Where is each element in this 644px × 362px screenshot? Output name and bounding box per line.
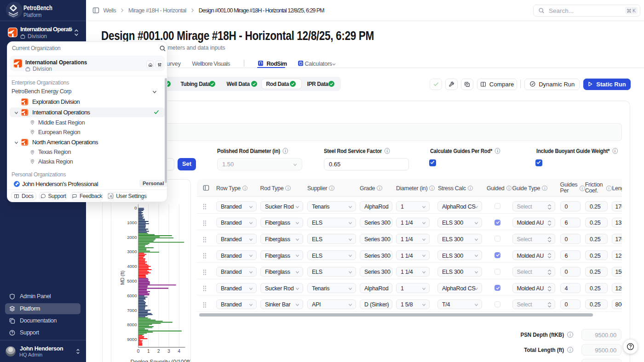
svg-text:8000: 8000 (127, 322, 137, 327)
svg-text:4: 4 (178, 349, 180, 354)
svg-text:1: 1 (147, 349, 150, 354)
svg-text:5000: 5000 (127, 278, 137, 283)
svg-text:9000: 9000 (127, 337, 137, 342)
svg-text:4000: 4000 (127, 264, 137, 269)
svg-text:0: 0 (134, 205, 137, 210)
svg-text:3: 3 (167, 349, 170, 354)
svg-text:MD (ft): MD (ft) (120, 271, 125, 285)
svg-text:3000: 3000 (127, 249, 137, 254)
svg-text:2000: 2000 (127, 235, 137, 240)
svg-text:1000: 1000 (127, 220, 137, 225)
svg-text:Dogleg Severity (0/100ft): Dogleg Severity (0/100ft) (130, 359, 190, 362)
svg-text:2: 2 (157, 349, 160, 354)
svg-text:7000: 7000 (127, 308, 137, 313)
svg-text:6000: 6000 (127, 293, 137, 298)
svg-text:0: 0 (137, 349, 139, 354)
